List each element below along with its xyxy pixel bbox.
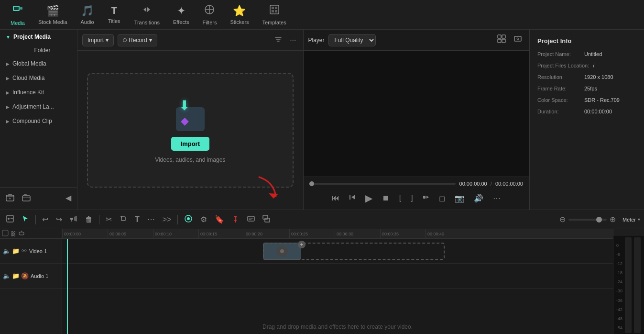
nav-media[interactable]: Media	[4, 1, 32, 29]
ruler-mark-1: 00:00:05	[108, 229, 153, 239]
more-controls-icon[interactable]: ⋯	[491, 192, 502, 205]
mic-icon[interactable]: 🎙	[229, 213, 242, 226]
sidebar-item-project-media[interactable]: ▼ Project Media	[0, 30, 77, 44]
delete-icon[interactable]: 🗑	[83, 213, 95, 226]
svg-rect-13	[22, 196, 30, 201]
svg-rect-16	[502, 35, 505, 38]
zoom-plus-icon[interactable]: ⊕	[610, 215, 616, 224]
sidebar-item-folder[interactable]: Folder	[0, 44, 77, 56]
audio-detach-icon[interactable]	[67, 213, 80, 226]
time-value: 00:00:00:00	[459, 181, 487, 187]
import-green-button[interactable]: Import	[171, 137, 209, 151]
chevron-icon: ▼	[6, 34, 11, 40]
meter-scale-3: -18	[616, 271, 622, 275]
audio-track-mute-icon[interactable]: 🔕	[21, 272, 29, 279]
sidebar-item-compound-clip[interactable]: ▶ Compound Clip	[0, 114, 77, 128]
meter-title: Meter	[622, 217, 636, 223]
color-space-value: SDR - Rec.709	[584, 97, 620, 103]
camera-icon[interactable]: 📷	[453, 192, 466, 205]
snap-icon[interactable]	[182, 212, 195, 227]
sidebar-item-influence-kit[interactable]: ▶ Influence Kit	[0, 85, 77, 100]
subtitle-icon[interactable]	[245, 213, 257, 226]
video-track-folder-icon[interactable]: 📁	[12, 247, 20, 255]
sidebar-label: Cloud Media	[12, 75, 44, 81]
meter-scale-8: -48	[616, 317, 622, 321]
filter-icon[interactable]	[273, 33, 284, 47]
mark-out-icon[interactable]: ]	[409, 192, 415, 204]
nav-transitions[interactable]: Transitions	[128, 1, 166, 28]
sidebar-item-adjustment[interactable]: ▶ Adjustment La...	[0, 100, 77, 114]
video-track-eye-icon[interactable]: 👁	[21, 247, 27, 255]
more-tools-icon[interactable]: ⋯	[145, 213, 157, 226]
redo-icon[interactable]: ↪	[54, 213, 65, 226]
video-track-speaker-icon[interactable]: 🔈	[3, 247, 11, 255]
drop-here-zone[interactable]	[263, 243, 445, 260]
insert-clip-icon[interactable]	[421, 192, 431, 204]
attach-icon[interactable]	[18, 230, 25, 238]
snapshot-icon[interactable]: ◻	[437, 192, 447, 205]
append-icon[interactable]: >>	[160, 213, 174, 226]
nav-audio[interactable]: 🎵 Audio	[74, 2, 101, 28]
add-folder-button[interactable]: +	[4, 191, 16, 206]
import-button[interactable]: Import ▾	[82, 34, 114, 46]
progress-bar-row: 00:00:00:00 / 00:00:00:00	[309, 181, 524, 187]
mark-in-icon[interactable]: [	[397, 192, 403, 204]
resolution-label: Resolution:	[537, 74, 580, 80]
info-files-location: Project Files Location: /	[537, 63, 636, 68]
progress-thumb[interactable]	[309, 181, 314, 186]
player-viewport	[304, 51, 529, 177]
text-tool-icon[interactable]: T	[132, 213, 142, 226]
stop-icon[interactable]: ⏹	[380, 192, 392, 204]
overlay-icon[interactable]	[260, 213, 273, 226]
settings-icon[interactable]: ⚙	[198, 213, 209, 226]
bookmark-icon[interactable]: 🔖	[212, 213, 227, 226]
red-arrow-icon	[254, 172, 283, 201]
info-duration: Duration: 00:00:00:00	[537, 109, 636, 114]
audio-icon: 🎵	[81, 5, 94, 17]
track-select-icon[interactable]	[4, 213, 16, 226]
add-track-icon[interactable]	[2, 230, 9, 238]
svg-rect-29	[70, 218, 73, 220]
fullscreen-icon[interactable]	[512, 33, 524, 47]
record-button[interactable]: Record ▾	[118, 34, 157, 46]
volume-icon[interactable]: 🔊	[472, 192, 485, 205]
nav-stickers[interactable]: ⭐ Stickers	[223, 2, 255, 28]
nav-stock-media[interactable]: 🎬 Stock Media	[32, 2, 74, 28]
nav-filters[interactable]: Filters	[196, 1, 223, 28]
timeline-playhead[interactable]	[67, 239, 68, 334]
sidebar-item-cloud-media[interactable]: ▶ Cloud Media	[0, 71, 77, 85]
link-track-icon[interactable]: ⛓	[11, 231, 16, 237]
meter-panel: 0 -6 -12 -18 -24 -30 -36 -42 -48 -54 dB	[613, 229, 644, 334]
drag-drop-text: Drag and drop media and effects here to …	[62, 323, 613, 330]
undo-icon[interactable]: ↩	[40, 213, 51, 226]
folder-icon[interactable]	[20, 191, 33, 206]
scissors-icon[interactable]: ✂	[103, 213, 114, 226]
ruler-mark-7: 00:00:35	[380, 229, 426, 239]
skip-back-icon[interactable]: ⏮	[330, 192, 341, 204]
progress-track[interactable]	[309, 183, 456, 185]
drop-zone[interactable]: ⬇ ◆ Import Videos, audios, and images	[87, 73, 294, 188]
svg-marker-14	[269, 193, 278, 199]
collapse-panel-icon[interactable]: ◀	[64, 191, 73, 206]
info-resolution: Resolution: 1920 x 1080	[537, 74, 636, 80]
audio-track-folder-icon[interactable]: 📁	[12, 272, 20, 279]
nav-effects[interactable]: ✦ Effects	[166, 2, 196, 28]
pointer-tool-icon[interactable]	[19, 213, 32, 226]
nav-templates[interactable]: Templates	[256, 1, 293, 28]
nav-titles[interactable]: T Titles	[101, 2, 128, 27]
play-icon[interactable]: ▶	[363, 190, 374, 206]
track-header-row: ⛓	[0, 229, 62, 239]
grid-view-icon[interactable]	[495, 33, 508, 47]
audio-track-speaker-icon[interactable]: 🔈	[3, 272, 11, 279]
sidebar-label: Project Media	[13, 33, 51, 40]
meter-panel-header	[613, 229, 644, 235]
quality-select[interactable]: Full Quality	[328, 34, 376, 46]
more-options-icon[interactable]: ···	[288, 34, 298, 46]
zoom-minus-icon[interactable]: ⊖	[559, 215, 566, 224]
toolbar-separator	[35, 215, 36, 224]
zoom-thumb[interactable]	[596, 217, 602, 223]
crop-icon[interactable]	[117, 213, 130, 226]
sidebar-item-global-media[interactable]: ▶ Global Media	[0, 56, 77, 71]
info-color-space: Color Space: SDR - Rec.709	[537, 97, 636, 103]
frame-back-icon[interactable]	[347, 192, 358, 204]
